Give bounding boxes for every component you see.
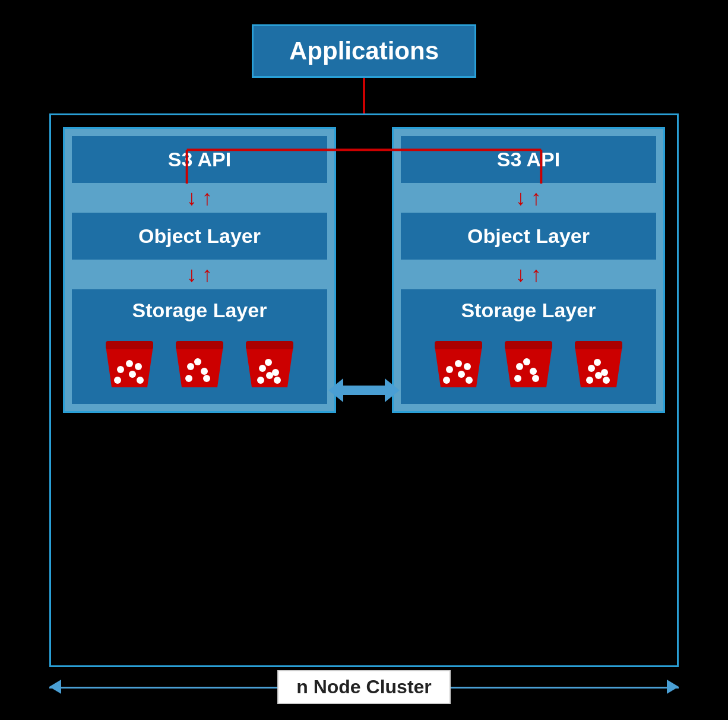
right-arrow-down-1: ↓ [515,187,526,209]
svg-point-16 [185,375,192,382]
middle-arrow-svg [328,372,400,408]
middle-double-arrow [328,372,400,408]
svg-rect-27 [343,386,385,395]
left-arrow-down-1: ↓ [186,187,197,209]
left-node: S3 API ↓ ↑ Object Layer ↓ ↑ Storage Laye… [63,127,336,413]
svg-rect-4 [106,341,153,349]
svg-point-50 [603,377,610,384]
svg-point-14 [201,368,208,375]
svg-point-34 [443,377,450,384]
right-s3-api-label: S3 API [497,148,560,170]
left-object-layer: Object Layer [72,213,327,260]
svg-point-7 [126,360,133,367]
svg-point-43 [532,375,539,382]
svg-marker-37 [505,346,552,387]
svg-point-17 [203,375,210,382]
right-bucket-1 [429,334,488,393]
svg-point-39 [516,363,523,370]
svg-point-42 [514,375,521,382]
svg-point-5 [117,366,124,373]
cluster-label-text: n Node Cluster [296,676,432,697]
svg-marker-18 [246,346,293,387]
left-storage-layer: Storage Layer [72,289,327,328]
right-arrow-down-2: ↓ [515,264,526,285]
svg-point-9 [135,363,142,370]
left-bucket-3 [240,334,299,393]
svg-point-40 [530,368,537,375]
svg-rect-12 [176,341,223,349]
right-arrow-up-2: ↑ [531,264,542,285]
svg-point-8 [114,377,121,384]
left-arrows-2: ↓ ↑ [72,260,327,289]
right-arrows-2: ↓ ↑ [401,260,656,289]
svg-rect-19 [246,341,293,349]
applications-label: Applications [289,37,439,65]
diagram-wrapper: Applications S3 API ↓ ↑ Ob [37,18,691,702]
right-arrow-up-1: ↑ [531,187,542,209]
svg-point-24 [274,377,281,384]
applications-box: Applications [252,24,476,78]
left-arrow-up-2: ↑ [202,264,213,285]
red-line-vertical [363,78,365,113]
svg-point-31 [446,366,453,373]
left-s3-api-label: S3 API [168,148,231,170]
svg-marker-11 [176,346,223,387]
svg-point-15 [194,358,201,365]
svg-point-32 [458,371,465,378]
svg-point-25 [266,372,273,379]
right-storage-label: Storage Layer [461,299,596,321]
svg-point-51 [595,372,602,379]
left-bucket-1 [100,334,159,393]
svg-point-46 [588,365,595,372]
svg-marker-26 [328,378,343,402]
right-object-layer: Object Layer [401,213,656,260]
svg-point-49 [586,377,593,384]
left-arrow-up-1: ↑ [202,187,213,209]
svg-point-48 [594,359,601,366]
svg-point-6 [129,371,136,378]
svg-point-23 [257,377,264,384]
left-arrows-1: ↓ ↑ [72,183,327,213]
right-s3-api-layer: S3 API [401,136,656,183]
svg-point-10 [137,377,144,384]
svg-rect-38 [505,341,552,349]
left-s3-api-layer: S3 API [72,136,327,183]
cluster-arrow-right [667,680,679,694]
svg-point-35 [464,363,471,370]
right-storage-layer: Storage Layer [401,289,656,328]
right-buckets-area [401,328,656,404]
right-node: S3 API ↓ ↑ Object Layer ↓ ↑ Storage Laye… [392,127,665,413]
svg-point-22 [265,359,272,366]
left-arrow-down-2: ↓ [186,264,197,285]
svg-rect-30 [435,341,482,349]
svg-marker-28 [385,378,400,402]
left-storage-label: Storage Layer [132,299,267,321]
left-object-layer-label: Object Layer [138,225,261,247]
cluster-label-row: n Node Cluster [49,672,679,702]
left-bucket-2 [170,334,229,393]
svg-point-13 [187,363,194,370]
right-arrows-1: ↓ ↑ [401,183,656,213]
svg-marker-44 [575,346,622,387]
cluster-label-box: n Node Cluster [277,670,451,704]
svg-point-33 [455,360,462,367]
right-bucket-3 [569,334,628,393]
cluster-area: S3 API ↓ ↑ Object Layer ↓ ↑ Storage Laye… [49,113,679,667]
svg-point-36 [466,377,473,384]
cluster-arrow-left [49,680,61,694]
left-buckets-area [72,328,327,404]
svg-rect-45 [575,341,622,349]
svg-point-41 [523,358,530,365]
right-bucket-2 [499,334,558,393]
svg-point-20 [259,365,266,372]
right-object-layer-label: Object Layer [467,225,590,247]
